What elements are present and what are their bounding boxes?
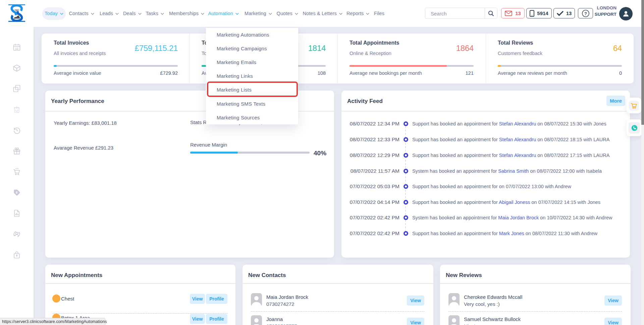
svg-text:?: ? <box>584 11 587 16</box>
svg-text:12: 12 <box>15 47 18 50</box>
